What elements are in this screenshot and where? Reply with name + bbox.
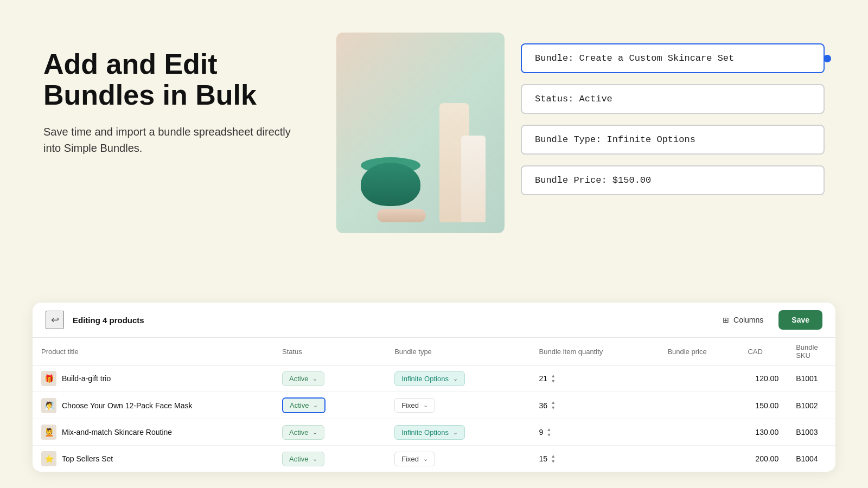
cad-price-cell: 150.00 — [739, 392, 787, 419]
bundle-type-dropdown-arrow: ⌄ — [453, 375, 458, 382]
status-badge[interactable]: Active ⌄ — [282, 452, 324, 466]
product-icon: 🎁 — [41, 371, 56, 386]
product-icon: 🧖 — [41, 398, 56, 413]
qty-stepper[interactable]: ▲ ▼ — [551, 454, 556, 464]
skincare-items — [350, 49, 491, 222]
col-header-sku: Bundle SKU — [787, 338, 835, 365]
qty-down-arrow[interactable]: ▼ — [546, 433, 551, 438]
bundle-type-card: Bundle Type: Infinite Options — [521, 125, 825, 155]
status-badge[interactable]: Active ⌄ — [282, 371, 324, 386]
col-header-product: Product title — [33, 338, 273, 365]
qty-down-arrow[interactable]: ▼ — [551, 379, 556, 384]
quantity-value: 36 — [539, 401, 548, 410]
bundle-type-badge[interactable]: Fixed ⌄ — [394, 398, 435, 413]
data-table: Product title Status Bundle type Bundle … — [33, 338, 835, 472]
hero-text: Add and Edit Bundles in Bulk Save time a… — [43, 33, 304, 156]
table-row: 🧖 Choose Your Own 12-Pack Face Mask Acti… — [33, 392, 835, 419]
bundle-type-dropdown-arrow: ⌄ — [423, 455, 428, 463]
cad-price-cell: 130.00 — [739, 419, 787, 446]
page-wrapper: Add and Edit Bundles in Bulk Save time a… — [0, 0, 868, 488]
cad-price-cell: 120.00 — [739, 365, 787, 392]
table-row: 🎁 Build-a-gift trio Active ⌄ Infinite Op… — [33, 365, 835, 392]
quantity-value: 9 — [539, 428, 544, 436]
product-title-cell: ⭐ Top Sellers Set — [41, 451, 265, 466]
product-title: Top Sellers Set — [62, 454, 113, 463]
product-title: Choose Your Own 12-Pack Face Mask — [62, 401, 192, 410]
sku-cell: B1004 — [787, 446, 835, 472]
status-dropdown-arrow: ⌄ — [313, 402, 318, 409]
product-title-cell: 💆 Mix-and-match Skincare Routine — [41, 425, 265, 440]
quantity-cell: 36 ▲ ▼ — [539, 400, 650, 410]
hero-section: Add and Edit Bundles in Bulk Save time a… — [0, 0, 868, 239]
table-body: 🎁 Build-a-gift trio Active ⌄ Infinite Op… — [33, 365, 835, 472]
table-header-row: Product title Status Bundle type Bundle … — [33, 338, 835, 365]
quantity-cell: 9 ▲ ▼ — [539, 427, 650, 438]
bundle-type-dropdown-arrow: ⌄ — [423, 402, 428, 409]
bundle-type-badge[interactable]: Fixed ⌄ — [394, 452, 435, 466]
compact — [377, 209, 426, 222]
qty-up-arrow[interactable]: ▲ — [551, 454, 556, 459]
table-row: ⭐ Top Sellers Set Active ⌄ Fixed ⌄ 15 ▲ … — [33, 446, 835, 472]
hero-subtitle: Save time and import a bundle spreadshee… — [43, 124, 304, 156]
sku-cell: B1001 — [787, 365, 835, 392]
status-dropdown-arrow: ⌄ — [312, 455, 317, 463]
qty-up-arrow[interactable]: ▲ — [546, 427, 551, 432]
qty-stepper[interactable]: ▲ ▼ — [551, 374, 556, 384]
info-cards: Bundle: Create a Custom Skincare Set Sta… — [505, 33, 825, 195]
bundle-type-dropdown-arrow: ⌄ — [453, 429, 458, 436]
bundle-price-cell — [659, 419, 739, 446]
qty-stepper[interactable]: ▲ ▼ — [551, 400, 556, 410]
hero-title: Add and Edit Bundles in Bulk — [43, 49, 304, 111]
table-header-right: ⊞ Columns Save — [714, 310, 822, 330]
product-image — [336, 33, 505, 233]
hero-visual: Bundle: Create a Custom Skincare Set Sta… — [336, 33, 825, 239]
back-icon: ↩ — [51, 314, 59, 326]
table-section: ↩ Editing 4 products ⊞ Columns Save Prod… — [33, 303, 835, 472]
qty-stepper[interactable]: ▲ ▼ — [546, 427, 551, 438]
product-title: Build-a-gift trio — [62, 374, 111, 383]
status-badge[interactable]: Active ⌄ — [282, 425, 324, 440]
bundle-price-cell — [659, 392, 739, 419]
editing-label: Editing 4 products — [73, 316, 144, 325]
table-row: 💆 Mix-and-match Skincare Routine Active … — [33, 419, 835, 446]
bundle-price-cell — [659, 365, 739, 392]
sku-cell: B1002 — [787, 392, 835, 419]
product-title: Mix-and-match Skincare Routine — [62, 428, 172, 436]
back-button[interactable]: ↩ — [46, 311, 64, 329]
bundle-name-card: Bundle: Create a Custom Skincare Set — [521, 43, 825, 73]
status-dropdown-arrow: ⌄ — [312, 375, 317, 382]
col-header-qty: Bundle item quantity — [531, 338, 659, 365]
col-header-status: Status — [273, 338, 386, 365]
bundle-type-badge[interactable]: Infinite Options ⌄ — [394, 371, 465, 386]
col-header-bundle-type: Bundle type — [386, 338, 530, 365]
product-title-cell: 🎁 Build-a-gift trio — [41, 371, 265, 386]
bundle-price-cell — [659, 446, 739, 472]
table-header-left: ↩ Editing 4 products — [46, 311, 144, 329]
quantity-value: 15 — [539, 454, 548, 463]
product-icon: ⭐ — [41, 451, 56, 466]
col-header-cad: CAD — [739, 338, 787, 365]
columns-button[interactable]: ⊞ Columns — [714, 311, 772, 329]
quantity-cell: 21 ▲ ▼ — [539, 374, 650, 384]
columns-icon: ⊞ — [723, 316, 729, 324]
quantity-value: 21 — [539, 374, 548, 383]
status-card: Status: Active — [521, 84, 825, 114]
bundle-type-badge[interactable]: Infinite Options ⌄ — [394, 425, 465, 440]
status-badge[interactable]: Active ⌄ — [282, 397, 326, 413]
qty-down-arrow[interactable]: ▼ — [551, 459, 556, 464]
qty-down-arrow[interactable]: ▼ — [551, 406, 556, 410]
save-button[interactable]: Save — [778, 310, 822, 330]
jar-body — [361, 163, 420, 206]
product-icon: 💆 — [41, 425, 56, 440]
sku-cell: B1003 — [787, 419, 835, 446]
product-title-cell: 🧖 Choose Your Own 12-Pack Face Mask — [41, 398, 265, 413]
bundle-price-card: Bundle Price: $150.00 — [521, 165, 825, 195]
table-header-bar: ↩ Editing 4 products ⊞ Columns Save — [33, 303, 835, 338]
quantity-cell: 15 ▲ ▼ — [539, 454, 650, 464]
status-dropdown-arrow: ⌄ — [312, 429, 317, 436]
product-placeholder — [336, 33, 505, 233]
tube-medium — [461, 136, 486, 222]
qty-up-arrow[interactable]: ▲ — [551, 374, 556, 378]
qty-up-arrow[interactable]: ▲ — [551, 400, 556, 405]
col-header-price: Bundle price — [659, 338, 739, 365]
